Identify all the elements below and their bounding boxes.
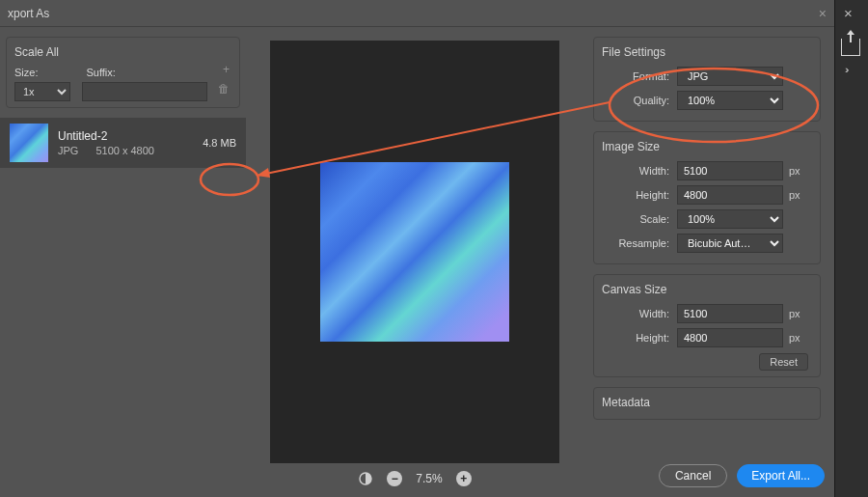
scale-all-legend: Scale All xyxy=(14,45,231,59)
quality-select[interactable]: 100% xyxy=(677,91,783,110)
image-size-group: Image Size Width: px Height: px Scale: 1… xyxy=(593,131,821,264)
suffix-label: Suffix: xyxy=(86,67,115,78)
reset-button[interactable]: Reset xyxy=(759,353,808,371)
file-settings-group: File Settings Format: JPG Quality: 100% xyxy=(593,37,821,122)
cancel-button[interactable]: Cancel xyxy=(659,464,727,487)
export-all-button[interactable]: Export All... xyxy=(737,464,825,487)
canvas-height-input[interactable] xyxy=(677,328,783,347)
img-height-input[interactable] xyxy=(677,185,783,205)
format-label: Format: xyxy=(602,70,669,82)
format-select[interactable]: JPG xyxy=(677,67,783,86)
quality-label: Quality: xyxy=(602,95,669,106)
canvas-height-label: Height: xyxy=(602,332,669,344)
asset-thumbnail xyxy=(10,124,48,162)
preview-canvas xyxy=(270,41,559,463)
image-size-legend: Image Size xyxy=(602,140,812,153)
asset-dimensions: 5100 x 4800 xyxy=(95,145,154,156)
settings-panel: File Settings Format: JPG Quality: 100% … xyxy=(583,27,834,486)
suffix-input[interactable] xyxy=(82,82,207,101)
scale-all-group: Scale All Size: Suffix: 1x + 🗑 xyxy=(6,37,240,108)
contrast-icon[interactable] xyxy=(358,471,373,486)
preview-image xyxy=(320,162,509,342)
img-height-unit: px xyxy=(789,189,800,201)
export-as-dialog: xport As × Scale All Size: Suffix: 1x + … xyxy=(0,0,834,497)
zoom-out-button[interactable]: − xyxy=(387,471,402,486)
img-width-unit: px xyxy=(789,165,800,177)
close-tab-icon[interactable]: × xyxy=(844,5,853,21)
canvas-size-group: Canvas Size Width: px Height: px Reset xyxy=(593,274,821,377)
resample-select[interactable]: Bicubic Aut… xyxy=(677,234,783,253)
canvas-height-unit: px xyxy=(789,332,800,344)
img-width-input[interactable] xyxy=(677,161,783,180)
asset-row[interactable]: Untitled-2 JPG 5100 x 4800 4.8 MB xyxy=(0,118,246,168)
size-label: Size: xyxy=(14,67,38,78)
asset-text-block: Untitled-2 JPG 5100 x 4800 xyxy=(58,129,193,156)
add-size-icon[interactable]: + xyxy=(223,63,230,76)
file-settings-legend: File Settings xyxy=(602,45,812,59)
asset-name: Untitled-2 xyxy=(58,129,193,143)
dialog-footer: Cancel Export All... xyxy=(659,464,825,487)
share-icon[interactable] xyxy=(841,39,860,56)
resample-label: Resample: xyxy=(602,237,669,249)
left-panel: Scale All Size: Suffix: 1x + 🗑 Untitled xyxy=(0,27,246,486)
img-scale-label: Scale: xyxy=(602,213,669,225)
metadata-legend: Metadata xyxy=(602,396,812,409)
img-width-label: Width: xyxy=(602,165,669,177)
zoom-percent: 7.5% xyxy=(416,472,442,485)
expand-chevron-icon[interactable]: ›› xyxy=(845,64,846,75)
img-height-label: Height: xyxy=(602,189,669,201)
preview-panel: − 7.5% + xyxy=(246,27,583,486)
close-icon[interactable]: × xyxy=(819,6,827,21)
asset-filesize: 4.8 MB xyxy=(203,137,236,149)
canvas-width-unit: px xyxy=(789,308,800,319)
size-select[interactable]: 1x xyxy=(14,82,70,101)
asset-format: JPG xyxy=(58,145,78,156)
canvas-width-label: Width: xyxy=(602,308,669,319)
img-scale-select[interactable]: 100% xyxy=(677,209,783,229)
metadata-group: Metadata xyxy=(593,387,821,420)
delete-size-icon[interactable]: 🗑 xyxy=(218,82,230,96)
zoom-in-button[interactable]: + xyxy=(456,471,472,486)
canvas-size-legend: Canvas Size xyxy=(602,283,812,296)
dialog-title: xport As xyxy=(8,7,49,20)
dialog-title-bar: xport As × xyxy=(0,0,834,27)
zoom-toolbar: − 7.5% + xyxy=(358,471,471,486)
canvas-width-input[interactable] xyxy=(677,304,783,323)
app-right-toolbar: × ›› xyxy=(834,0,868,497)
